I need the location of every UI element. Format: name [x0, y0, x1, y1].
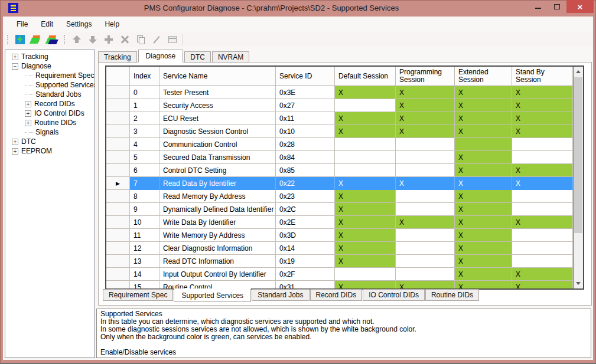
column-header-stand-by-session[interactable]: Stand By Session [512, 67, 573, 86]
service-id-cell[interactable]: 0x2F [276, 268, 335, 281]
vertical-scrollbar[interactable] [573, 67, 583, 288]
programming-session-cell[interactable] [396, 229, 455, 242]
stand-by-session-cell[interactable] [512, 229, 573, 242]
index-cell[interactable]: 9 [130, 203, 159, 216]
service-id-cell[interactable]: 0x84 [276, 151, 335, 164]
row-indicator-cell[interactable] [106, 203, 130, 216]
index-cell[interactable]: 11 [130, 229, 159, 242]
extended-session-cell[interactable] [455, 138, 512, 151]
expand-plus-icon[interactable]: + [12, 54, 18, 60]
row-indicator-cell[interactable] [106, 190, 130, 203]
service-id-cell[interactable]: 0x2E [276, 216, 335, 229]
default-session-cell[interactable]: X [335, 125, 396, 138]
service-name-cell[interactable]: Read Data By Identifier [159, 177, 276, 190]
collapse-minus-icon[interactable]: − [12, 63, 18, 70]
default-session-cell[interactable] [335, 268, 396, 281]
default-session-cell[interactable]: X [335, 242, 396, 255]
service-id-cell[interactable]: 0x27 [276, 99, 335, 112]
programming-session-cell[interactable] [396, 268, 455, 281]
tree-item-standard-jobs[interactable]: Standard Jobs [5, 90, 95, 99]
tree-item-io-control-dids[interactable]: +IO Control DIDs [5, 109, 95, 118]
service-id-cell[interactable]: 0x23 [276, 190, 335, 203]
stand-by-session-cell[interactable] [512, 242, 573, 255]
service-name-cell[interactable]: Clear Diagnostic Information [159, 242, 276, 255]
extended-session-cell[interactable]: X [455, 281, 512, 288]
default-session-cell[interactable]: X [335, 255, 396, 268]
index-cell[interactable]: 8 [130, 190, 159, 203]
programming-session-cell[interactable] [396, 242, 455, 255]
programming-session-cell[interactable]: X [396, 112, 455, 125]
programming-session-cell[interactable]: X [396, 177, 455, 190]
bottom-tab-requirement-spec[interactable]: Requirement Spec [103, 289, 173, 301]
extended-session-cell[interactable]: X [455, 255, 512, 268]
extended-session-cell[interactable]: X [455, 151, 512, 164]
programming-session-cell[interactable]: X [396, 125, 455, 138]
expand-plus-icon[interactable]: + [25, 120, 31, 126]
title-bar[interactable]: PMS Configurator Diagnose - C:\prahm\Pro… [0, 0, 596, 17]
service-id-cell[interactable]: 0x14 [276, 242, 335, 255]
extended-session-cell[interactable]: X [455, 86, 512, 99]
open-project-button[interactable] [28, 33, 43, 46]
row-indicator-cell[interactable] [106, 268, 130, 281]
delete-row-button[interactable] [117, 33, 132, 46]
tree-item-diagnose[interactable]: −Diagnose [5, 61, 95, 71]
column-header-service-name[interactable]: Service Name [159, 67, 276, 86]
row-indicator-cell[interactable] [106, 86, 130, 99]
default-session-cell[interactable]: X [335, 281, 396, 288]
programming-session-cell[interactable] [396, 138, 455, 151]
import-button[interactable] [165, 33, 180, 46]
programming-session-cell[interactable] [396, 203, 455, 216]
extended-session-cell[interactable]: X [455, 99, 512, 112]
tree-item-requirement-spec[interactable]: Requirement Spec [5, 71, 95, 80]
service-id-cell[interactable]: 0x10 [276, 125, 335, 138]
menu-edit[interactable]: Edit [34, 18, 60, 31]
service-id-cell[interactable]: 0x19 [276, 255, 335, 268]
service-name-cell[interactable]: Write Data By Identifier [159, 216, 276, 229]
service-name-cell[interactable]: Routine Control [159, 281, 276, 288]
tree-item-supported-services[interactable]: Supported Services [5, 80, 95, 90]
expand-plus-icon[interactable]: + [25, 101, 31, 107]
default-session-cell[interactable]: X [335, 112, 396, 125]
programming-session-cell[interactable] [396, 164, 455, 177]
programming-session-cell[interactable]: X [396, 99, 455, 112]
programming-session-cell[interactable]: X [396, 86, 455, 99]
index-cell[interactable]: 15 [130, 281, 159, 288]
tree-item-routine-dids[interactable]: +Routine DIDs [5, 118, 95, 127]
default-session-cell[interactable] [335, 151, 396, 164]
copy-button[interactable] [133, 33, 148, 46]
tree-item-record-dids[interactable]: +Record DIDs [5, 99, 95, 109]
stand-by-session-cell[interactable] [512, 255, 573, 268]
default-session-cell[interactable] [335, 164, 396, 177]
index-cell[interactable]: 1 [130, 99, 159, 112]
index-cell[interactable]: 14 [130, 268, 159, 281]
index-cell[interactable]: 3 [130, 125, 159, 138]
service-id-cell[interactable]: 0x85 [276, 164, 335, 177]
extended-session-cell[interactable]: X [455, 164, 512, 177]
service-name-cell[interactable]: Read DTC Information [159, 255, 276, 268]
programming-session-cell[interactable]: X [396, 216, 455, 229]
service-name-cell[interactable]: Tester Present [159, 86, 276, 99]
index-cell[interactable]: 10 [130, 216, 159, 229]
extended-session-cell[interactable]: X [455, 112, 512, 125]
row-indicator-cell[interactable] [106, 281, 130, 288]
service-id-cell[interactable]: 0x22 [276, 177, 335, 190]
service-id-cell[interactable]: 0x3D [276, 229, 335, 242]
scroll-down-button[interactable] [574, 278, 583, 288]
default-session-cell[interactable] [335, 138, 396, 151]
row-indicator-cell[interactable]: ▶ [106, 177, 130, 190]
bottom-tab-record-dids[interactable]: Record DIDs [310, 289, 363, 301]
add-row-button[interactable] [101, 33, 116, 46]
row-indicator-cell[interactable] [106, 216, 130, 229]
index-cell[interactable]: 6 [130, 164, 159, 177]
stand-by-session-cell[interactable]: X [512, 281, 573, 288]
column-header-default-session[interactable]: Default Session [335, 67, 396, 86]
row-indicator-cell[interactable] [106, 229, 130, 242]
save-project-button[interactable] [44, 33, 59, 46]
column-header-row-indicator[interactable] [106, 67, 130, 86]
extended-session-cell[interactable]: X [455, 268, 512, 281]
column-header-index[interactable]: Index [130, 67, 159, 86]
row-indicator-cell[interactable] [106, 112, 130, 125]
column-header-programming-session[interactable]: Programming Session [396, 67, 455, 86]
service-name-cell[interactable]: Communication Control [159, 138, 276, 151]
tree-item-tracking[interactable]: +Tracking [5, 52, 95, 61]
